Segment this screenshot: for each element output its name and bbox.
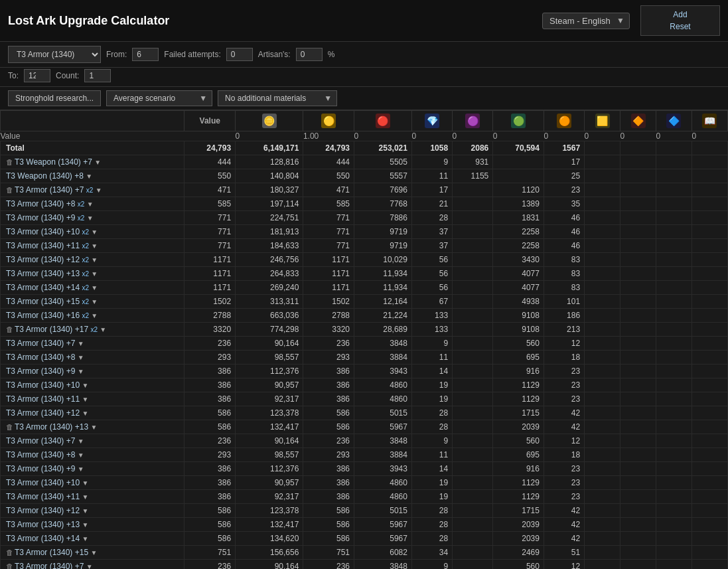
item-type-select[interactable]: T3 Armor (1340) <box>8 46 101 63</box>
materials-select[interactable]: No additional materialsBook of coordinat… <box>218 90 337 106</box>
row-17-v4: 19 <box>411 392 452 406</box>
expand-icon[interactable]: ▼ <box>87 201 94 208</box>
row-26-v7: 42 <box>544 518 584 532</box>
row-2-v0: 471 <box>184 183 236 197</box>
expand-icon[interactable]: ▼ <box>91 312 98 319</box>
row-5-v10 <box>656 225 692 239</box>
expand-icon[interactable]: ▼ <box>91 228 98 236</box>
value-row-v2: 1.00 <box>303 131 354 141</box>
row-29-v6: 560 <box>493 560 544 570</box>
total-row-v6: 2086 <box>453 141 493 155</box>
row-20-v2: 236 <box>303 434 354 448</box>
row-13-v3: 3848 <box>354 337 412 351</box>
row-23-v1: 90,957 <box>236 476 303 490</box>
expand-icon[interactable]: ▼ <box>90 549 97 556</box>
row-1-v11 <box>692 169 727 183</box>
table-row: T3 Armor (1340) +12 ▼586123,378586501528… <box>1 504 728 518</box>
row-12-v10 <box>656 323 692 337</box>
expand-icon[interactable]: ▼ <box>78 368 84 375</box>
row-24-v3: 4860 <box>354 490 412 504</box>
row-25-v3: 5015 <box>354 504 412 518</box>
expand-icon[interactable]: ▼ <box>91 270 98 278</box>
expand-icon[interactable]: ▼ <box>82 507 88 515</box>
expand-icon[interactable]: ▼ <box>82 493 88 501</box>
row-18-v1: 123,378 <box>236 406 303 420</box>
row-12-v6: 9108 <box>493 323 544 337</box>
row-6-v4: 37 <box>411 239 452 253</box>
to-input[interactable] <box>24 69 50 82</box>
expand-icon[interactable]: ▼ <box>78 354 84 361</box>
failed-input[interactable] <box>226 48 253 61</box>
row-21-v3: 3884 <box>354 448 412 462</box>
expand-icon[interactable]: ▼ <box>82 535 88 542</box>
row-11-v8 <box>585 309 620 323</box>
count-input[interactable] <box>84 69 111 82</box>
reset-button[interactable]: Reset <box>649 21 711 33</box>
expand-icon[interactable]: ▼ <box>91 256 98 264</box>
expand-icon[interactable]: ▼ <box>91 298 98 305</box>
item-name-text: T3 Armor (1340) +14 <box>6 283 80 292</box>
expand-icon[interactable]: ▼ <box>82 396 88 403</box>
row-1-v4: 11 <box>411 169 452 183</box>
row-20-v6: 560 <box>493 434 544 448</box>
row-29-v4: 9 <box>411 560 452 570</box>
expand-icon[interactable]: ▼ <box>78 451 84 459</box>
row-11-v3: 21,224 <box>354 309 412 323</box>
artisans-label: Artisan's: <box>258 50 291 59</box>
expand-icon[interactable]: ▼ <box>82 521 88 528</box>
row-9-v5 <box>453 281 493 295</box>
expand-icon[interactable]: ▼ <box>82 382 88 389</box>
scenario-select[interactable]: Average scenarioBest scenarioWorst scena… <box>106 90 212 106</box>
row-28-v3: 6082 <box>354 546 412 560</box>
row-17-v11 <box>692 392 727 406</box>
language-select[interactable]: Steam - EnglishKoreanJapanese <box>542 13 630 29</box>
row-9-v11 <box>692 281 727 295</box>
row-28-v4: 34 <box>411 546 452 560</box>
stronghold-button[interactable]: Stronghold research... <box>8 90 101 106</box>
expand-icon[interactable]: ▼ <box>87 214 94 222</box>
expand-icon[interactable]: ▼ <box>78 340 84 347</box>
expand-icon[interactable]: ▼ <box>78 465 84 473</box>
delete-icon[interactable]: 🗑 <box>6 562 13 569</box>
expand-icon[interactable]: ▼ <box>78 438 84 445</box>
row-2-v6: 1120 <box>493 183 544 197</box>
col-gem2-header: 🔷 <box>656 111 692 131</box>
delete-icon[interactable]: 🗑 <box>6 158 13 166</box>
expand-icon[interactable]: ▼ <box>91 242 98 250</box>
row-27-v2: 586 <box>303 532 354 546</box>
row-1-v2: 550 <box>303 169 354 183</box>
table-row: T3 Armor (1340) +8 ▼29398,55729338841169… <box>1 448 728 462</box>
row-0-v1: 128,816 <box>236 155 303 169</box>
silver-icon: 🪙 <box>262 114 277 128</box>
row-8-v2: 1171 <box>303 267 354 281</box>
delete-icon[interactable]: 🗑 <box>6 186 13 194</box>
row-17-v1: 92,317 <box>236 392 303 406</box>
delete-icon[interactable]: 🗑 <box>6 548 13 556</box>
row-item-name: T3 Armor (1340) +14 ▼ <box>1 532 184 546</box>
row-1-v0: 550 <box>184 169 236 183</box>
row-29-v1: 90,164 <box>236 560 303 570</box>
add-button[interactable]: Add <box>649 9 711 21</box>
expand-icon[interactable]: ▼ <box>86 173 92 180</box>
row-8-v6: 4077 <box>493 267 544 281</box>
gem2-icon: 🔷 <box>666 114 681 128</box>
row-25-v8 <box>585 504 620 518</box>
row-12-v11 <box>692 323 727 337</box>
row-16-v9 <box>620 378 656 392</box>
expand-icon[interactable]: ▼ <box>100 326 106 333</box>
expand-icon[interactable]: ▼ <box>82 410 88 417</box>
row-25-v7: 42 <box>544 504 584 518</box>
expand-icon[interactable]: ▼ <box>91 284 98 291</box>
delete-icon[interactable]: 🗑 <box>6 325 13 333</box>
artisans-input[interactable] <box>296 48 323 61</box>
expand-icon[interactable]: ▼ <box>90 424 97 431</box>
expand-icon[interactable]: ▼ <box>86 563 93 569</box>
table-row: T3 Armor (1340) +12 x2 ▼1171246,75611711… <box>1 253 728 267</box>
delete-icon[interactable]: 🗑 <box>6 423 13 431</box>
expand-icon[interactable]: ▼ <box>96 187 102 194</box>
expand-icon[interactable]: ▼ <box>94 159 101 166</box>
from-input[interactable] <box>132 48 159 61</box>
item-name-text: T3 Armor (1340) +7 <box>6 339 75 348</box>
item-name-text: T3 Armor (1340) +11 <box>6 492 80 501</box>
expand-icon[interactable]: ▼ <box>82 479 88 487</box>
